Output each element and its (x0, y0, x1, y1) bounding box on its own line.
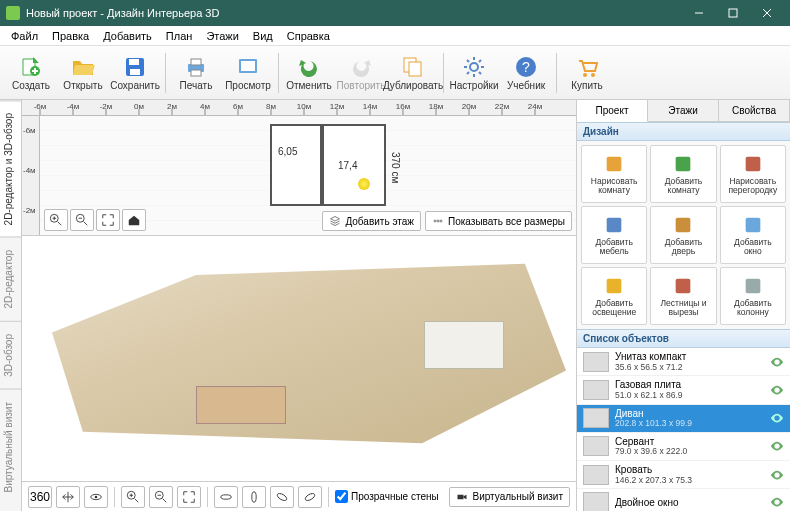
toolbar-print-btn[interactable]: Печать (171, 49, 221, 97)
visibility-eye-icon[interactable] (770, 412, 784, 424)
room-1[interactable]: 6,05 (270, 124, 322, 206)
object-item-0[interactable]: Унитаз компакт35.6 x 56.5 x 71.2 (577, 348, 790, 376)
ruler-h-mark: -4м (67, 102, 80, 111)
menu-6[interactable]: Справка (280, 28, 337, 44)
zoom-out-3d-btn[interactable] (149, 486, 173, 508)
toolbar-undo-btn[interactable]: Отменить (284, 49, 334, 97)
rotate-360-btn[interactable]: 360 (28, 486, 52, 508)
toolbar-save-btn[interactable]: Сохранить (110, 49, 160, 97)
object-item-3[interactable]: Сервант79.0 x 39.6 x 222.0 (577, 433, 790, 461)
toolbar-buy-btn[interactable]: Купить (562, 49, 612, 97)
maximize-btn[interactable] (716, 0, 750, 26)
menu-3[interactable]: План (159, 28, 200, 44)
visibility-eye-icon[interactable] (770, 496, 784, 508)
view-side-btn[interactable] (242, 486, 266, 508)
design-card-add-furniture[interactable]: Добавитьмебель (581, 206, 647, 264)
design-card-stairs[interactable]: Лестницы ивырезы (650, 267, 716, 325)
vtab-1[interactable]: 2D-редактор (0, 237, 21, 321)
transparent-walls-checkbox[interactable]: Прозрачные стены (335, 490, 439, 503)
ruler-h-mark: 0м (134, 102, 144, 111)
ruler-v-mark: -4м (23, 166, 36, 175)
duplicate-icon (400, 54, 426, 80)
fit-3d-btn[interactable] (177, 486, 201, 508)
ruler-h-mark: -2м (100, 102, 113, 111)
zoom-in-3d-btn[interactable] (121, 486, 145, 508)
window-title: Новый проект - Дизайн Интерьера 3D (26, 7, 219, 19)
vtab-3[interactable]: Виртуальный визит (0, 389, 21, 505)
minimize-btn[interactable] (682, 0, 716, 26)
svg-rect-31 (607, 217, 622, 232)
menu-2[interactable]: Добавить (96, 28, 159, 44)
create-icon (18, 54, 44, 80)
sofa-3d[interactable] (196, 386, 286, 424)
design-card-add-column[interactable]: Добавитьколонну (720, 267, 786, 325)
toolbar-open-btn[interactable]: Открыть (58, 49, 108, 97)
visibility-eye-icon[interactable] (770, 356, 784, 368)
rtab-2[interactable]: Свойства (719, 100, 790, 121)
object-list[interactable]: Унитаз компакт35.6 x 56.5 x 71.2Газовая … (577, 348, 790, 511)
svg-rect-36 (745, 278, 760, 293)
view-top-btn[interactable] (214, 486, 238, 508)
object-thumb-icon (583, 408, 609, 428)
rtab-1[interactable]: Этажи (648, 100, 719, 121)
svg-text:?: ? (522, 59, 530, 75)
pan-btn[interactable] (56, 486, 80, 508)
view-persp-btn[interactable] (298, 486, 322, 508)
visibility-eye-icon[interactable] (770, 469, 784, 481)
visibility-eye-icon[interactable] (770, 384, 784, 396)
rtab-0[interactable]: Проект (577, 100, 648, 122)
plan-zoom-tools (44, 209, 146, 231)
plan-right-tools: Добавить этаж Показывать все размеры (322, 211, 572, 231)
plan-2d[interactable]: 6,05 17,4 370 см Добавить этаж (40, 116, 576, 235)
menu-0[interactable]: Файл (4, 28, 45, 44)
object-item-1[interactable]: Газовая плита51.0 x 62.1 x 86.9 (577, 376, 790, 404)
toolbar-preview-btn[interactable]: Просмотр (223, 49, 273, 97)
svg-point-12 (470, 63, 478, 71)
toolbar-create-btn[interactable]: Создать (6, 49, 56, 97)
orbit-btn[interactable] (84, 486, 108, 508)
light-marker-icon[interactable] (358, 178, 370, 190)
ruler-h-mark: 20м (462, 102, 476, 111)
zoom-in-btn[interactable] (44, 209, 68, 231)
zoom-out-btn[interactable] (70, 209, 94, 231)
design-card-add-room[interactable]: Добавитькомнату (650, 145, 716, 203)
room-2[interactable]: 17,4 (322, 124, 386, 206)
object-item-2[interactable]: Диван202.8 x 101.3 x 99.9 (577, 405, 790, 433)
design-card-add-window[interactable]: Добавитьокно (720, 206, 786, 264)
menu-4[interactable]: Этажи (199, 28, 245, 44)
close-btn[interactable] (750, 0, 784, 26)
add-floor-btn[interactable]: Добавить этаж (322, 211, 421, 231)
right-tabs: ПроектЭтажиСвойства (577, 100, 790, 122)
design-card-add-light[interactable]: Добавитьосвещение (581, 267, 647, 325)
ruler-h-mark: 2м (167, 102, 177, 111)
vtab-2[interactable]: 3D-обзор (0, 321, 21, 389)
buy-icon (574, 54, 600, 80)
zoom-fit-btn[interactable] (96, 209, 120, 231)
svg-rect-30 (745, 156, 760, 171)
object-item-4[interactable]: Кровать146.2 x 207.3 x 75.3 (577, 461, 790, 489)
add-light-icon (603, 275, 625, 297)
vtab-0[interactable]: 2D-редактор и 3D-обзор (0, 100, 21, 237)
menu-1[interactable]: Правка (45, 28, 96, 44)
titlebar: Новый проект - Дизайн Интерьера 3D (0, 0, 790, 26)
visibility-eye-icon[interactable] (770, 440, 784, 452)
svg-rect-7 (191, 70, 201, 76)
view-iso-btn[interactable] (270, 486, 294, 508)
object-item-5[interactable]: Двойное окно (577, 489, 790, 511)
toolbar-duplicate-btn[interactable]: Дублировать (388, 49, 438, 97)
draw-partition-icon (742, 153, 764, 175)
design-card-add-door[interactable]: Добавитьдверь (650, 206, 716, 264)
virtual-visit-btn[interactable]: Виртуальный визит (449, 487, 570, 507)
home-btn[interactable] (122, 209, 146, 231)
design-card-draw-room[interactable]: Нарисоватькомнату (581, 145, 647, 203)
toolbar-settings-btn[interactable]: Настройки (449, 49, 499, 97)
design-card-draw-partition[interactable]: Нарисоватьперегородку (720, 145, 786, 203)
show-dimensions-btn[interactable]: Показывать все размеры (425, 211, 572, 231)
toolbar-tutorial-btn[interactable]: ?Учебник (501, 49, 551, 97)
svg-rect-9 (241, 61, 255, 71)
menu-5[interactable]: Вид (246, 28, 280, 44)
bed-3d[interactable] (424, 321, 504, 369)
ruler-h-mark: -6м (34, 102, 47, 111)
svg-point-20 (95, 495, 98, 498)
view-3d[interactable] (22, 236, 576, 481)
